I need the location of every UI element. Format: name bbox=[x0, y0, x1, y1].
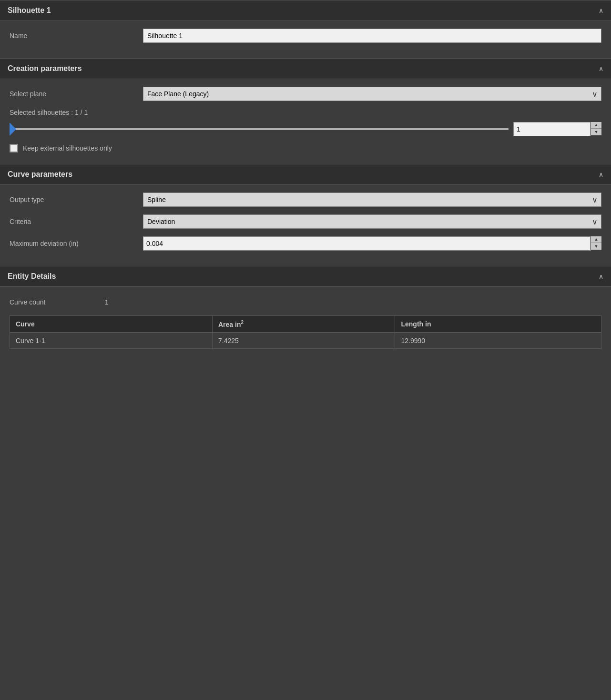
slider-container[interactable] bbox=[10, 122, 509, 136]
table-row: Curve 1-1 7.4225 12.9990 bbox=[10, 333, 601, 349]
main-panel: Silhouette 1 ∧ Name Creation parameters … bbox=[0, 0, 611, 356]
select-plane-label: Select plane bbox=[10, 90, 143, 98]
silhouette-section-title: Silhouette 1 bbox=[8, 6, 51, 15]
table-header-length: Length in bbox=[395, 316, 601, 333]
criteria-row: Criteria Deviation Tolerance None ∨ bbox=[10, 214, 601, 229]
creation-section-content: Select plane Face Plane (Legacy) XY Plan… bbox=[0, 79, 611, 164]
slider-fill bbox=[10, 128, 509, 130]
entity-table-header-row: Curve Area in2 Length in bbox=[10, 316, 601, 333]
slider-spinner-buttons: ▲ ▼ bbox=[591, 122, 601, 136]
max-deviation-decrement-button[interactable]: ▼ bbox=[591, 243, 601, 250]
max-deviation-label: Maximum deviation (in) bbox=[10, 240, 143, 247]
table-cell-length: 12.9990 bbox=[395, 333, 601, 349]
curve-count-value: 1 bbox=[105, 298, 109, 306]
output-type-wrapper: Spline Line Arc ∨ bbox=[143, 193, 601, 207]
area-superscript: 2 bbox=[241, 320, 244, 325]
table-cell-area: 7.4225 bbox=[212, 333, 395, 349]
entity-table-body: Curve 1-1 7.4225 12.9990 bbox=[10, 333, 601, 349]
select-plane-dropdown[interactable]: Face Plane (Legacy) XY Plane XZ Plane YZ… bbox=[143, 87, 601, 101]
entity-table-header: Curve Area in2 Length in bbox=[10, 316, 601, 333]
table-header-curve: Curve bbox=[10, 316, 213, 333]
max-deviation-row: Maximum deviation (in) ▲ ▼ bbox=[10, 236, 601, 251]
max-deviation-spinner: ▲ ▼ bbox=[143, 236, 601, 251]
slider-thumb[interactable] bbox=[10, 122, 16, 136]
output-type-dropdown[interactable]: Spline Line Arc bbox=[143, 193, 601, 207]
curve-count-label: Curve count bbox=[10, 298, 105, 306]
select-plane-wrapper: Face Plane (Legacy) XY Plane XZ Plane YZ… bbox=[143, 87, 601, 101]
entity-section-content: Curve count 1 Curve Area in2 Length in bbox=[0, 287, 611, 356]
creation-section-title: Creation parameters bbox=[8, 64, 82, 73]
entity-section-header[interactable]: Entity Details ∧ bbox=[0, 266, 611, 287]
max-deviation-input[interactable] bbox=[143, 237, 590, 250]
silhouette-section-header[interactable]: Silhouette 1 ∧ bbox=[0, 0, 611, 21]
silhouette-section-content: Name bbox=[0, 21, 611, 58]
slider-row: ▲ ▼ bbox=[10, 122, 601, 136]
slider-value-input[interactable] bbox=[514, 122, 590, 136]
name-field-row: Name bbox=[10, 29, 601, 43]
keep-external-label: Keep external silhouettes only bbox=[23, 144, 112, 152]
max-deviation-spinner-wrapper bbox=[143, 236, 591, 251]
slider-track bbox=[10, 128, 509, 130]
slider-increment-button[interactable]: ▲ bbox=[591, 122, 601, 129]
criteria-label: Criteria bbox=[10, 218, 143, 225]
output-type-row: Output type Spline Line Arc ∨ bbox=[10, 193, 601, 207]
curve-count-row: Curve count 1 bbox=[10, 294, 601, 310]
table-header-area: Area in2 bbox=[212, 316, 395, 333]
name-label: Name bbox=[10, 32, 143, 40]
entity-section-title: Entity Details bbox=[8, 272, 56, 281]
name-input[interactable] bbox=[143, 29, 601, 43]
max-deviation-spinner-buttons: ▲ ▼ bbox=[591, 236, 601, 251]
entity-collapse-icon: ∧ bbox=[599, 273, 603, 280]
slider-decrement-button[interactable]: ▼ bbox=[591, 129, 601, 135]
curve-section-title: Curve parameters bbox=[8, 170, 72, 179]
slider-spinner-wrapper bbox=[513, 122, 591, 136]
criteria-dropdown[interactable]: Deviation Tolerance None bbox=[143, 214, 601, 229]
curve-section-content: Output type Spline Line Arc ∨ Criteria D… bbox=[0, 185, 611, 266]
max-deviation-increment-button[interactable]: ▲ bbox=[591, 236, 601, 243]
criteria-wrapper: Deviation Tolerance None ∨ bbox=[143, 214, 601, 229]
max-deviation-field: ▲ ▼ bbox=[143, 236, 601, 251]
selected-silhouettes-text: Selected silhouettes : 1 / 1 bbox=[10, 109, 601, 116]
curve-section-header[interactable]: Curve parameters ∧ bbox=[0, 164, 611, 185]
name-field-value bbox=[143, 29, 601, 43]
keep-external-row: Keep external silhouettes only bbox=[10, 144, 601, 152]
keep-external-checkbox[interactable] bbox=[10, 144, 18, 152]
output-type-label: Output type bbox=[10, 196, 143, 203]
entity-table: Curve Area in2 Length in Curve 1-1 7.422… bbox=[10, 315, 601, 349]
select-plane-row: Select plane Face Plane (Legacy) XY Plan… bbox=[10, 87, 601, 101]
creation-collapse-icon: ∧ bbox=[599, 65, 603, 72]
silhouette-collapse-icon: ∧ bbox=[599, 7, 603, 14]
creation-section-header[interactable]: Creation parameters ∧ bbox=[0, 58, 611, 79]
slider-spinner: ▲ ▼ bbox=[513, 122, 601, 136]
table-cell-curve: Curve 1-1 bbox=[10, 333, 213, 349]
curve-collapse-icon: ∧ bbox=[599, 171, 603, 178]
